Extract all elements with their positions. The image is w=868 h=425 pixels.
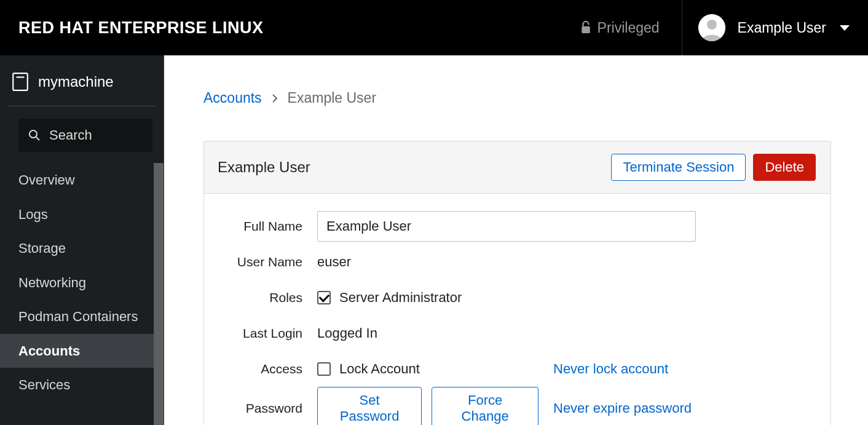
user-icon (698, 14, 725, 41)
lock-account-label: Lock Account (339, 361, 420, 377)
sidebar-item-networking[interactable]: Networking (0, 266, 164, 300)
sidebar-divider (9, 106, 155, 106)
caret-down-icon (840, 25, 850, 31)
sidebar-item-services[interactable]: Services (0, 368, 164, 402)
breadcrumb: Accounts Example User (164, 55, 868, 106)
user-menu[interactable]: Example User (682, 14, 850, 41)
never-expire-password-link[interactable]: Never expire password (553, 400, 692, 416)
set-password-button[interactable]: Set Password (317, 387, 422, 425)
sidebar: mymachine Search Overview Logs Storage N… (0, 55, 164, 425)
terminate-session-button[interactable]: Terminate Session (611, 154, 746, 181)
sidebar-item-podman-containers[interactable]: Podman Containers (0, 300, 164, 334)
full-name-label: Full Name (216, 219, 302, 234)
delete-button[interactable]: Delete (753, 154, 816, 181)
main-content: Accounts Example User Example User Termi… (164, 55, 868, 425)
access-label: Access (216, 362, 302, 376)
password-label: Password (216, 401, 302, 416)
force-change-button[interactable]: Force Change (432, 387, 539, 425)
full-name-input[interactable] (317, 211, 696, 242)
sidebar-item-overview[interactable]: Overview (0, 163, 164, 197)
sidebar-nav: Overview Logs Storage Networking Podman … (0, 163, 164, 425)
hostname-selector[interactable]: mymachine (0, 55, 164, 106)
account-form: Full Name User Name euser Roles Server A… (204, 194, 831, 425)
search-icon (28, 129, 41, 141)
privileged-indicator[interactable]: Privileged (580, 20, 682, 36)
user-name-value: euser (317, 254, 351, 270)
card-header: Example User Terminate Session Delete (204, 141, 831, 194)
svg-line-6 (36, 137, 39, 140)
svg-rect-3 (13, 73, 28, 90)
user-name: Example User (738, 20, 826, 36)
svg-point-2 (707, 20, 717, 30)
breadcrumb-root-link[interactable]: Accounts (203, 90, 262, 106)
account-card: Example User Terminate Session Delete Fu… (203, 141, 831, 425)
svg-point-5 (30, 130, 37, 138)
unlock-icon (580, 20, 591, 35)
header-bar: RED HAT ENTERPRISE LINUX Privileged Exam… (0, 0, 868, 55)
search-placeholder: Search (49, 127, 92, 143)
search-input[interactable]: Search (18, 119, 152, 152)
never-lock-account-link[interactable]: Never lock account (553, 361, 668, 376)
sidebar-scrollbar-thumb[interactable] (154, 163, 164, 425)
sidebar-item-storage[interactable]: Storage (0, 231, 164, 266)
svg-rect-0 (582, 26, 590, 33)
card-title: Example User (218, 159, 310, 176)
last-login-value: Logged In (317, 325, 377, 341)
privileged-label: Privileged (598, 20, 660, 36)
user-name-label: User Name (216, 255, 302, 269)
role-server-admin-label: Server Administrator (339, 290, 462, 306)
brand-title: RED HAT ENTERPRISE LINUX (18, 18, 264, 38)
role-server-admin-checkbox[interactable] (317, 291, 331, 304)
breadcrumb-current: Example User (288, 90, 376, 106)
last-login-label: Last Login (216, 326, 302, 341)
avatar (698, 14, 725, 41)
server-icon (12, 73, 28, 91)
chevron-right-icon (272, 93, 278, 103)
sidebar-item-logs[interactable]: Logs (0, 197, 164, 232)
lock-account-checkbox[interactable] (317, 362, 331, 376)
roles-label: Roles (216, 290, 302, 305)
hostname-label: mymachine (38, 73, 114, 90)
sidebar-item-accounts[interactable]: Accounts (0, 334, 164, 368)
